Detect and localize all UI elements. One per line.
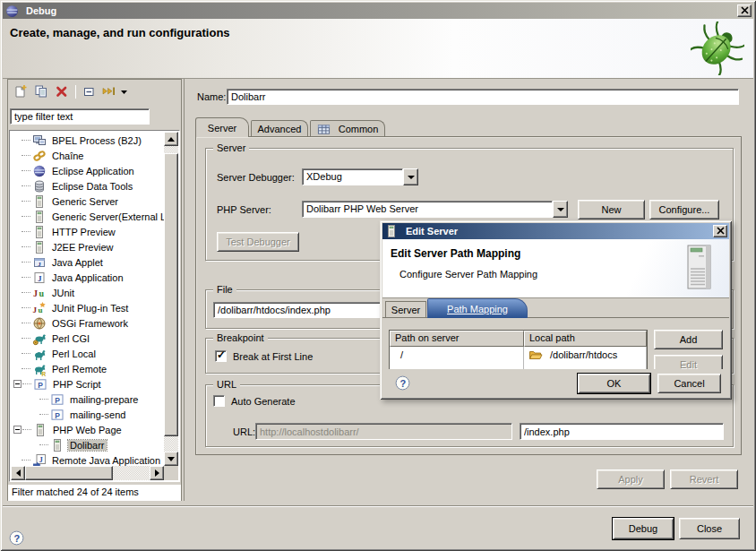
collapse-expander-icon[interactable]	[13, 380, 21, 388]
server-icon	[32, 194, 47, 209]
server-tower-image	[684, 244, 715, 294]
dialog-tab-server[interactable]: Server	[385, 301, 426, 318]
name-input[interactable]	[227, 89, 739, 105]
tree-item-generic-server[interactable]: Generic Server	[11, 194, 164, 209]
tree-item-perl-cgi[interactable]: Perl CGI	[11, 331, 164, 346]
filter-input[interactable]	[10, 108, 150, 125]
new-config-button[interactable]	[12, 83, 29, 99]
revert-button[interactable]: Revert	[670, 469, 738, 489]
collapse-all-button[interactable]	[81, 83, 98, 99]
junit-icon: Ju	[32, 286, 47, 300]
tab-advanced[interactable]: Advanced	[251, 120, 308, 137]
tree-item-perl-local[interactable]: Perl Local	[11, 346, 164, 361]
php-icon: P	[50, 408, 64, 422]
tree-item-java-applet[interactable]: JJava Applet	[11, 254, 164, 270]
close-button[interactable]: Close	[679, 518, 740, 539]
tree-item-osgi-framework[interactable]: OSGi Framework	[11, 315, 164, 331]
close-icon	[741, 5, 749, 16]
edit-mapping-button[interactable]: Edit	[654, 355, 723, 369]
tree-guide-line	[22, 383, 31, 384]
tree-item-label: JUnit	[50, 288, 76, 298]
tree-item-remote-java-application[interactable]: JRemote Java Application	[11, 452, 164, 466]
server-debugger-combo[interactable]: XDebug	[302, 168, 418, 185]
new-server-button[interactable]: New	[578, 200, 645, 220]
add-mapping-button[interactable]: Add	[654, 330, 723, 349]
window-titlebar[interactable]: Debug	[3, 3, 753, 19]
tree-item-eclipse-data-tools[interactable]: Eclipse Data Tools	[11, 178, 164, 194]
tree-guide-line	[39, 414, 48, 415]
url-base-input[interactable]	[255, 423, 512, 440]
tree-item-generic-server-external-la[interactable]: Generic Server(External La	[11, 209, 164, 224]
collapse-expander-icon[interactable]	[13, 426, 21, 434]
filter-button[interactable]	[101, 83, 118, 99]
edit-server-titlebar[interactable]: Edit Server	[382, 223, 729, 239]
dialog-subheading: Configure Server Path Mapping	[399, 269, 537, 280]
tree-guide-line	[21, 246, 30, 247]
tree-item-mailing-prepare[interactable]: Pmailing-prepare	[11, 392, 164, 407]
tree-item-junit-plug-in-test[interactable]: JuJUnit Plug-in Test	[11, 300, 164, 315]
tree-item-eclipse-application[interactable]: Eclipse Application	[11, 163, 164, 178]
debug-button[interactable]: Debug	[613, 518, 674, 539]
duplicate-button[interactable]	[32, 83, 49, 99]
help-button[interactable]: ?	[9, 530, 24, 546]
perl-icon	[32, 347, 47, 361]
tab-common[interactable]: Common	[310, 120, 385, 137]
tree-guide-line	[22, 429, 31, 430]
cancel-button[interactable]: Cancel	[657, 374, 721, 393]
tree-horizontal-scrollbar[interactable]	[11, 466, 164, 480]
tree-item-php-script[interactable]: PPHP Script	[11, 376, 164, 392]
perl-cgi-icon	[32, 331, 47, 346]
url-group-legend: URL	[213, 379, 240, 390]
configurations-sidebar: BPEL Process (B2J)ChaîneEclipse Applicat…	[7, 79, 182, 501]
tree-guide-line	[21, 140, 30, 141]
path-mapping-panel: Path on server Local path //dolibarr/htd…	[382, 317, 729, 369]
tree-item-http-preview[interactable]: HTTP Preview	[11, 224, 164, 239]
dialog-tab-path-mapping[interactable]: Path Mapping	[427, 298, 528, 318]
tree-item-perl-remote[interactable]: RPerl Remote	[11, 361, 164, 376]
tab-server[interactable]: Server	[195, 117, 249, 137]
vertical-scroll-thumb[interactable]	[164, 153, 178, 436]
tree-item-bpel-process-b2j[interactable]: BPEL Process (B2J)	[11, 133, 164, 148]
scroll-up-button[interactable]	[164, 132, 178, 146]
tree-item-label: Perl Remote	[50, 364, 108, 375]
filter-status-text: Filter matched 24 of 24 items	[8, 485, 181, 501]
horizontal-scroll-thumb[interactable]	[25, 466, 113, 480]
tree-item-label: Generic Server(External La	[50, 211, 164, 222]
break-first-line-checkbox[interactable]	[215, 350, 227, 362]
filter-menu-caret[interactable]	[119, 83, 128, 99]
tree-item-dolibarr[interactable]: Dolibarr	[11, 437, 164, 452]
tree-item-cha-ne[interactable]: Chaîne	[11, 148, 164, 163]
test-debugger-button[interactable]: Test Debugger	[217, 232, 299, 252]
tree-item-php-web-page[interactable]: PHP Web Page	[11, 422, 164, 437]
auto-generate-checkbox[interactable]	[213, 395, 225, 407]
tree-guide-line	[21, 262, 30, 263]
configure-server-button[interactable]: Configure...	[649, 200, 719, 220]
tree-item-j2ee-preview[interactable]: J2EE Preview	[11, 239, 164, 254]
dialog-heading: Edit Server Path Mapping	[391, 247, 520, 260]
scroll-right-button[interactable]	[150, 466, 164, 480]
ok-button[interactable]: OK	[578, 374, 650, 393]
scroll-down-button[interactable]	[164, 452, 178, 466]
combo-dropdown-button[interactable]	[403, 168, 418, 185]
tree-vertical-scrollbar[interactable]	[164, 132, 178, 466]
path-mapping-row[interactable]: //dolibarr/htdocs	[390, 347, 647, 363]
tree-item-junit[interactable]: JuJUnit	[11, 285, 164, 300]
combo-dropdown-button[interactable]	[553, 201, 568, 218]
dialog-help-button[interactable]: ?	[395, 375, 410, 391]
url-path-input[interactable]	[520, 423, 724, 440]
table-icon	[317, 122, 331, 136]
php-server-combo[interactable]: Dolibarr PHP Web Server	[302, 201, 568, 218]
panel-sash[interactable]	[184, 79, 185, 501]
close-dialog-button[interactable]	[713, 225, 727, 237]
column-path-on-server: Path on server	[390, 331, 524, 347]
svg-text:?: ?	[14, 533, 21, 544]
tree-item-java-application[interactable]: JJava Application	[11, 270, 164, 285]
delete-button[interactable]	[53, 83, 70, 99]
tree-item-mailing-send[interactable]: Pmailing-send	[11, 407, 164, 422]
php-icon: P	[50, 392, 64, 407]
scroll-left-button[interactable]	[11, 466, 25, 480]
path-mapping-rows: //dolibarr/htdocs	[390, 347, 647, 363]
apply-button[interactable]: Apply	[597, 469, 665, 489]
tree-item-label: HTTP Preview	[50, 227, 117, 237]
close-window-button[interactable]	[737, 4, 752, 17]
